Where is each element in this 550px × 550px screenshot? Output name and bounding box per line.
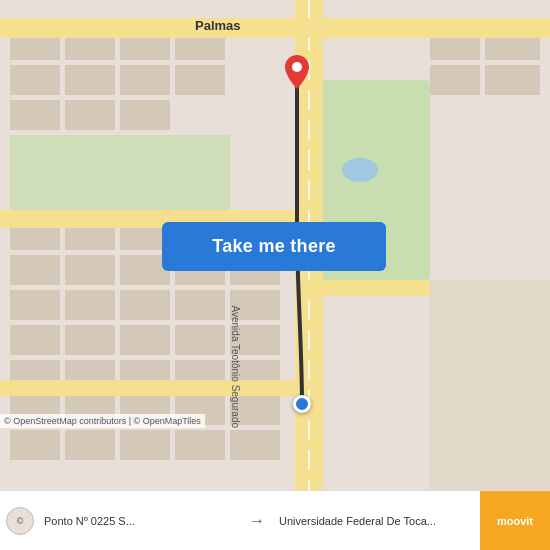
svg-point-61: [292, 62, 302, 72]
city-label: Palmas: [195, 18, 241, 33]
svg-rect-32: [120, 325, 170, 355]
svg-rect-26: [65, 290, 115, 320]
svg-rect-53: [485, 65, 540, 95]
svg-rect-21: [65, 255, 115, 285]
svg-rect-45: [10, 430, 60, 460]
svg-rect-9: [120, 65, 170, 95]
origin-label: Ponto Nº 0225 S...: [44, 515, 135, 527]
bottom-bar: © Ponto Nº 0225 S... → Universidade Fede…: [0, 490, 550, 550]
svg-rect-59: [0, 380, 295, 396]
svg-rect-27: [120, 290, 170, 320]
route-origin[interactable]: Ponto Nº 0225 S...: [34, 515, 245, 527]
svg-rect-11: [10, 100, 60, 130]
svg-rect-14: [10, 135, 230, 215]
destination-pin: [285, 55, 309, 85]
svg-rect-31: [65, 325, 115, 355]
svg-rect-30: [10, 325, 60, 355]
svg-rect-46: [65, 430, 115, 460]
svg-rect-12: [65, 100, 115, 130]
svg-rect-33: [175, 325, 225, 355]
svg-rect-47: [120, 430, 170, 460]
svg-rect-7: [10, 65, 60, 95]
svg-rect-10: [175, 65, 225, 95]
route-arrow: →: [249, 512, 265, 530]
svg-rect-48: [175, 430, 225, 460]
destination-label: Universidade Federal De Toca...: [279, 515, 436, 527]
svg-rect-20: [10, 255, 60, 285]
map-container: Palmas Avenida Teotônio Segurado © OpenS…: [0, 0, 550, 490]
take-me-there-button[interactable]: Take me there: [162, 222, 386, 271]
osm-credit: © OpenStreetMap contributors | © OpenMap…: [0, 414, 205, 428]
svg-rect-54: [430, 280, 550, 490]
origin-dot: [293, 395, 311, 413]
svg-rect-28: [175, 290, 225, 320]
moovit-label: moovit: [497, 515, 533, 527]
osm-icon: ©: [6, 507, 34, 535]
route-destination[interactable]: Universidade Federal De Toca...: [269, 515, 480, 527]
svg-rect-60: [295, 280, 430, 296]
svg-point-2: [342, 158, 378, 182]
svg-rect-25: [10, 290, 60, 320]
avenue-label: Avenida Teotônio Segurado: [230, 306, 241, 429]
svg-rect-8: [65, 65, 115, 95]
moovit-logo: moovit: [480, 491, 550, 551]
svg-rect-13: [120, 100, 170, 130]
svg-rect-49: [230, 430, 280, 460]
svg-rect-52: [430, 65, 480, 95]
svg-rect-57: [0, 18, 550, 38]
